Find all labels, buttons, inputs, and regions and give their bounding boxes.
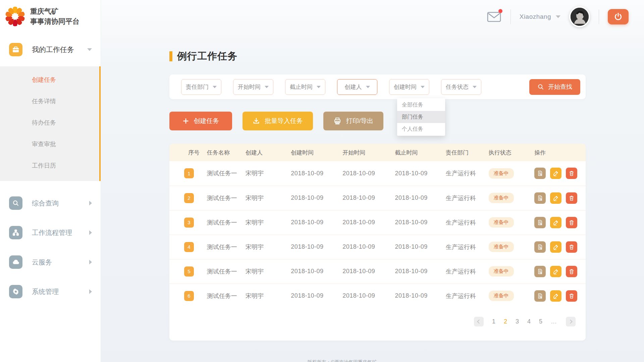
- workflow-icon: [9, 226, 22, 239]
- trash-icon: [569, 293, 575, 299]
- sidebar-item-create-task[interactable]: 创建任务: [0, 69, 101, 90]
- page-number-1[interactable]: 1: [492, 318, 495, 325]
- task-name: 测试任务一: [207, 186, 246, 210]
- delete-button[interactable]: [566, 168, 577, 179]
- filter-start-time[interactable]: 开始时间: [233, 79, 273, 95]
- view-detail-button[interactable]: [534, 168, 546, 179]
- content: 例行工作任务 责任部门 开始时间 截止时间 创建人: [169, 50, 586, 362]
- print-export-button[interactable]: 打印/导出: [323, 112, 383, 130]
- task-end: 2018-10-09: [395, 161, 446, 186]
- user-menu[interactable]: Xiaozhang: [520, 13, 560, 20]
- main-area: Xiaozhang 例行工作任务: [101, 0, 644, 362]
- chevron-right-icon: [89, 289, 92, 294]
- task-creator: 宋明宇: [246, 259, 291, 284]
- app-window: 重庆气矿 事事清协同平台 我的工作任务 创建任务 任务详情 待办任务 审查审批: [0, 0, 644, 362]
- sidebar-item-review-approval[interactable]: 审查审批: [0, 133, 101, 155]
- filter-label: 创建人: [345, 83, 362, 91]
- pencil-icon: [553, 195, 559, 201]
- document-search-icon: [537, 220, 543, 226]
- create-task-button[interactable]: 创建任务: [169, 112, 232, 130]
- table-row: 4 测试任务一 宋明宇 2018-10-09 2018-10-09 2018-1…: [169, 235, 586, 259]
- task-creator: 宋明宇: [246, 161, 291, 186]
- plus-icon: [182, 118, 189, 124]
- filter-responsible-department[interactable]: 责任部门: [181, 79, 221, 95]
- status-badge: 准备中: [489, 217, 514, 228]
- document-search-icon: [537, 293, 543, 299]
- column-create-time: 创建时间: [291, 144, 342, 161]
- task-created: 2018-10-09: [291, 161, 342, 186]
- sidebar-item-task-detail[interactable]: 任务详情: [0, 90, 101, 112]
- dropdown-option-personal-tasks[interactable]: 个人任务: [397, 123, 445, 135]
- task-table: 序号 任务名称 创建人 创建时间 开始时间 截止时间 责任部门 执行状态 操作: [169, 144, 586, 308]
- view-detail-button[interactable]: [534, 266, 546, 277]
- edit-button[interactable]: [550, 192, 561, 204]
- delete-button[interactable]: [566, 266, 577, 277]
- edit-button[interactable]: [550, 290, 561, 302]
- prev-page-button[interactable]: [474, 317, 484, 326]
- task-start: 2018-10-09: [342, 186, 395, 210]
- view-detail-button[interactable]: [534, 290, 546, 302]
- page-title-text: 例行工作任务: [177, 50, 237, 63]
- table-header-row: 序号 任务名称 创建人 创建时间 开始时间 截止时间 责任部门 执行状态 操作: [169, 144, 586, 161]
- table-row: 2 测试任务一 宋明宇 2018-10-09 2018-10-09 2018-1…: [169, 186, 586, 210]
- search-icon: [537, 83, 544, 90]
- search-icon: [9, 196, 22, 210]
- chevron-left-icon: [477, 319, 482, 324]
- view-detail-button[interactable]: [534, 241, 546, 253]
- page-title: 例行工作任务: [169, 50, 586, 63]
- page-number-2-current[interactable]: 2: [504, 318, 507, 325]
- create-task-label: 创建任务: [194, 117, 219, 125]
- page-number-4[interactable]: 4: [527, 318, 531, 325]
- divider: [599, 9, 599, 24]
- column-department: 责任部门: [446, 144, 489, 161]
- filter-task-status[interactable]: 任务状态: [441, 79, 481, 95]
- page-number-5[interactable]: 5: [539, 318, 542, 325]
- logout-button[interactable]: [608, 9, 629, 24]
- task-creator: 宋明宇: [246, 235, 291, 259]
- batch-import-label: 批量导入任务: [265, 117, 303, 125]
- delete-button[interactable]: [566, 192, 577, 204]
- printer-icon: [333, 117, 341, 125]
- chevron-down-icon: [556, 15, 560, 18]
- next-page-button[interactable]: [566, 317, 576, 326]
- view-detail-button[interactable]: [534, 192, 546, 204]
- table-row: 5 测试任务一 宋明宇 2018-10-09 2018-10-09 2018-1…: [169, 259, 586, 284]
- delete-button[interactable]: [566, 217, 577, 228]
- edit-button[interactable]: [550, 168, 561, 179]
- edit-button[interactable]: [550, 241, 561, 253]
- task-start: 2018-10-09: [342, 210, 395, 235]
- search-button-label: 开始查找: [548, 83, 572, 91]
- sidebar-item-my-work-tasks[interactable]: 我的工作任务: [0, 34, 101, 66]
- edit-button[interactable]: [550, 217, 561, 228]
- filter-creator[interactable]: 创建人: [337, 79, 377, 95]
- sidebar-item-comprehensive-query[interactable]: 综合查询: [0, 188, 101, 218]
- status-badge: 准备中: [489, 266, 514, 277]
- table-row: 6 测试任务一 宋明宇 2018-10-09 2018-10-09 2018-1…: [169, 284, 586, 308]
- dropdown-option-department-tasks[interactable]: 部门任务: [397, 111, 445, 123]
- sidebar-item-todo-tasks[interactable]: 待办任务: [0, 112, 101, 133]
- filter-end-time[interactable]: 截止时间: [285, 79, 325, 95]
- sidebar-item-system-management[interactable]: 系统管理: [0, 277, 101, 306]
- edit-button[interactable]: [550, 266, 561, 277]
- sidebar-item-work-calendar[interactable]: 工作日历: [0, 155, 101, 176]
- task-start: 2018-10-09: [342, 161, 395, 186]
- page-number-3[interactable]: 3: [516, 318, 519, 325]
- dropdown-option-all-tasks[interactable]: 全部任务: [397, 99, 445, 111]
- view-detail-button[interactable]: [534, 217, 546, 228]
- avatar[interactable]: [569, 6, 590, 27]
- filter-create-time[interactable]: 创建时间: [389, 79, 429, 95]
- sidebar-item-label: 系统管理: [32, 287, 89, 296]
- chevron-down-icon: [366, 86, 370, 88]
- search-button[interactable]: 开始查找: [529, 79, 580, 95]
- task-created: 2018-10-09: [291, 259, 342, 284]
- batch-import-button[interactable]: 批量导入任务: [243, 112, 313, 130]
- download-icon: [253, 117, 260, 125]
- task-start: 2018-10-09: [342, 235, 395, 259]
- delete-button[interactable]: [566, 290, 577, 302]
- task-created: 2018-10-09: [291, 284, 342, 308]
- sidebar-item-cloud-services[interactable]: 云服务: [0, 247, 101, 277]
- page-ellipsis: …: [551, 318, 557, 325]
- sidebar-item-workflow-management[interactable]: 工作流程管理: [0, 218, 101, 247]
- mail-button[interactable]: [486, 11, 502, 23]
- delete-button[interactable]: [566, 241, 577, 253]
